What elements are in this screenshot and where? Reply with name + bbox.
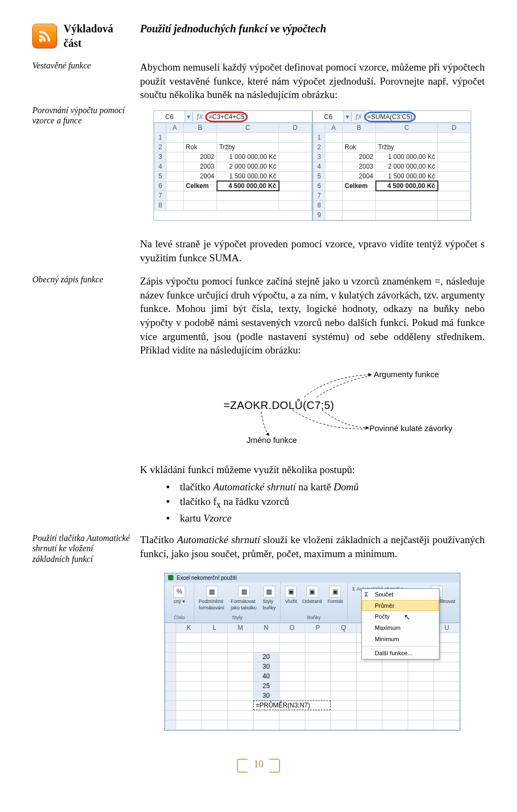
sheet-left: ABCD 1 2RokTržby 320021 000 000,00 Kč 42… xyxy=(154,123,312,211)
cursor-icon: ↖ xyxy=(404,612,410,622)
svg-point-0 xyxy=(39,38,42,41)
format-as-table-button[interactable]: ▦Formátovat jako tabulku xyxy=(230,585,258,612)
section-title: Výkladová část xyxy=(64,22,132,51)
block-p3: Obecný zápis funkce Zápis výpočtu pomocí… xyxy=(32,274,485,360)
dropdown-item-count[interactable]: Počty xyxy=(362,611,439,622)
ribbon-screenshot: Excel nekomerční použití %cný ▾ Číslo ▦P… xyxy=(164,573,460,731)
excel-left: C6 ▾ ƒx =C3+C4+C5 ABCD 1 2RokTržby 32002… xyxy=(153,110,312,221)
formula-left: =C3+C4+C5 xyxy=(206,111,312,122)
list-item: tlačítko fx na řádku vzorců xyxy=(166,495,485,510)
paragraph-1: Abychom nemuseli každý výpočet definovat… xyxy=(140,60,485,102)
block-p5: Použití tlačítka Automatické shrnutí ke … xyxy=(32,533,485,566)
conditional-formatting-button[interactable]: ▦Podmíněné formátování xyxy=(198,585,227,612)
anatomy-label-paren: Povinné kulaté závorky xyxy=(369,423,452,434)
excel-comparison-figure: C6 ▾ ƒx =C3+C4+C5 ABCD 1 2RokTržby 32002… xyxy=(140,110,485,221)
dropdown-item-max[interactable]: Maximum xyxy=(362,622,439,634)
block-p4: K vkládání funkcí můžeme využít několika… xyxy=(32,463,485,533)
anatomy-label-args: Argumenty funkce xyxy=(374,369,439,380)
anatomy-formula: =ZAOKR.DOLŮ(C7;5) xyxy=(223,398,334,413)
mini-formula-cell: =PRŮMĚR(N3:N7) xyxy=(253,700,331,710)
format-cells-button[interactable]: ▣Formát xyxy=(326,585,344,606)
rss-icon xyxy=(32,24,57,48)
header-left: Výkladová část xyxy=(32,22,140,51)
group-number: Číslo xyxy=(174,614,185,621)
block-figure-pair: Porovnání výpočtu pomocí vzorce a funce … xyxy=(32,105,485,237)
paragraph-5: Tlačítko Automatické shrnutí slouží ke v… xyxy=(140,533,485,560)
insert-cells-button[interactable]: ▣Vložit xyxy=(284,585,298,606)
paragraph-2: Na levé straně je výpočet proveden pomoc… xyxy=(140,237,485,265)
block-anatomy: =ZAOKR.DOLŮ(C7;5) Argumenty funkce Povin… xyxy=(32,360,485,463)
paragraph-4-intro: K vkládání funkcí můžeme využít několika… xyxy=(140,463,485,477)
header-right: Použití jednoduchých funkcí ve výpočtech xyxy=(140,22,485,51)
excel-right: C6 ▾ ƒx =SUMA(C3:C5) ABCD 1 2RokTržby 32… xyxy=(312,110,471,221)
chevron-down-icon: ▾ xyxy=(344,112,352,122)
dropdown-item-more[interactable]: Další funkce... xyxy=(362,648,439,659)
list-item: kartu Vzorce xyxy=(166,511,485,525)
block-p1: Vestavěné funkce Abychom nemuseli každý … xyxy=(32,60,485,105)
window-titlebar: Excel nekomerční použití xyxy=(165,573,460,583)
dropdown-item-sum[interactable]: Součet xyxy=(362,589,439,600)
sidenote-comparison: Porovnání výpočtu pomocí vzorce a funce xyxy=(32,105,132,126)
fx-icon: ƒx xyxy=(352,112,365,121)
window-title: Excel nekomerční použití xyxy=(177,574,237,582)
page-title: Použití jednoduchých funkcí ve výpočtech xyxy=(140,23,326,34)
namebox-right: C6 xyxy=(313,111,344,122)
sidenote-builtin: Vestavěné funkce xyxy=(32,60,132,71)
group-cells: Buňky xyxy=(307,614,320,621)
excel-icon xyxy=(168,575,173,580)
sidenote-general: Obecný zápis funkce xyxy=(32,274,132,284)
dropdown-item-min[interactable]: Minimum xyxy=(362,634,439,645)
paragraph-3: Zápis výpočtu pomocí funkce začíná stejn… xyxy=(140,274,485,357)
sheet-right: ABCD 1 2RokTržby 320021 000 000,00 Kč 42… xyxy=(313,123,471,220)
delete-cells-button[interactable]: ▣Odstranit xyxy=(301,585,323,606)
sidenote-autosum: Použití tlačítka Automatické shrnutí ke … xyxy=(32,533,132,564)
block-ribbon: Excel nekomerční použití %cný ▾ Číslo ▦P… xyxy=(32,566,485,731)
number-format-button[interactable]: %cný ▾ xyxy=(172,585,186,606)
list-item: tlačítko Automatické shrnutí na kartě Do… xyxy=(166,480,485,494)
namebox-left: C6 xyxy=(154,111,185,122)
block-p2: Na levé straně je výpočet proveden pomoc… xyxy=(32,237,485,268)
fx-icon: ƒx xyxy=(193,112,206,121)
insert-methods-list: tlačítko Automatické shrnutí na kartě Do… xyxy=(140,480,485,525)
page-number: 10 xyxy=(237,758,280,771)
anatomy-label-name: Jméno funkce xyxy=(247,435,297,446)
chevron-down-icon: ▾ xyxy=(185,112,193,122)
formula-anatomy-figure: =ZAOKR.DOLŮ(C7;5) Argumenty funkce Povin… xyxy=(183,366,442,447)
cell-styles-button[interactable]: ▦Styly buňky xyxy=(262,585,277,612)
group-styles: Styly xyxy=(232,614,243,621)
autosum-dropdown: Součet Průměr Počty Maximum Minimum Dalš… xyxy=(361,588,439,660)
formula-right: =SUMA(C3:C5) xyxy=(365,111,471,122)
page-header: Výkladová část Použití jednoduchých funk… xyxy=(32,22,485,51)
dropdown-item-avg[interactable]: Průměr xyxy=(362,600,439,612)
